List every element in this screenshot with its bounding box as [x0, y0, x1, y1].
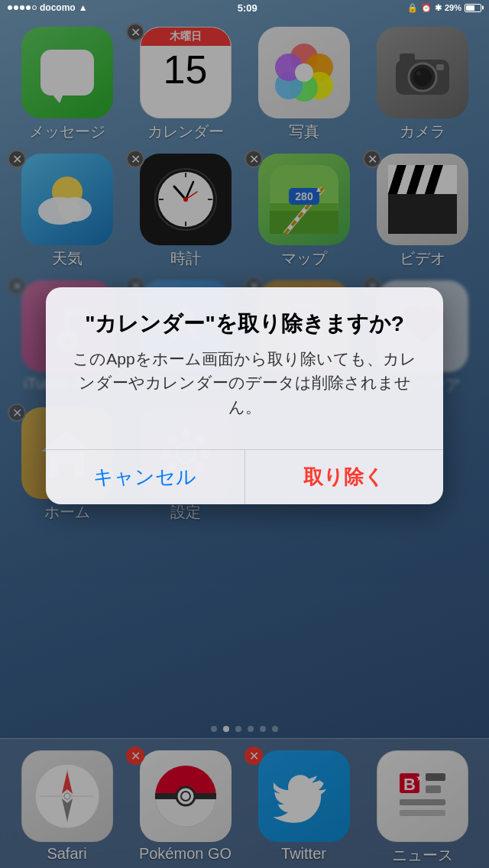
dialog-overlay: "カレンダー"を取り除きますか? このAppをホーム画面から取り除いても、カレン…	[0, 0, 489, 868]
status-right: 🔒 ⏰ ✱ 29%	[407, 3, 481, 13]
dialog-content: "カレンダー"を取り除きますか? このAppをホーム画面から取り除いても、カレン…	[46, 287, 443, 435]
alarm-icon: ⏰	[421, 3, 432, 13]
dialog-message: このAppをホーム画面から取り除いても、カレンダーやカレンダーのデータは削除され…	[69, 347, 420, 419]
signal-dot-4	[26, 5, 31, 10]
signal-dot-3	[20, 5, 24, 10]
signal-dot-2	[14, 5, 18, 10]
bluetooth-icon: ✱	[435, 3, 442, 13]
dialog-cancel-button[interactable]: キャンセル	[46, 450, 245, 504]
dialog-buttons: キャンセル 取り除く	[46, 449, 443, 504]
carrier-label: docomo	[40, 2, 76, 13]
dialog: "カレンダー"を取り除きますか? このAppをホーム画面から取り除いても、カレン…	[46, 287, 443, 505]
signal-dot-5	[32, 5, 37, 10]
dialog-title: "カレンダー"を取り除きますか?	[69, 310, 420, 338]
dialog-remove-button[interactable]: 取り除く	[245, 450, 444, 504]
status-left: docomo ▲	[8, 2, 88, 13]
status-time: 5:09	[238, 2, 257, 14]
battery-icon	[465, 4, 481, 12]
wifi-icon: ▲	[79, 2, 88, 13]
battery-fill	[466, 5, 474, 11]
status-bar: docomo ▲ 5:09 🔒 ⏰ ✱ 29%	[0, 0, 489, 15]
battery-percent: 29%	[445, 3, 461, 12]
signal-strength	[8, 5, 37, 10]
lock-icon: 🔒	[407, 3, 418, 13]
signal-dot-1	[8, 5, 12, 10]
